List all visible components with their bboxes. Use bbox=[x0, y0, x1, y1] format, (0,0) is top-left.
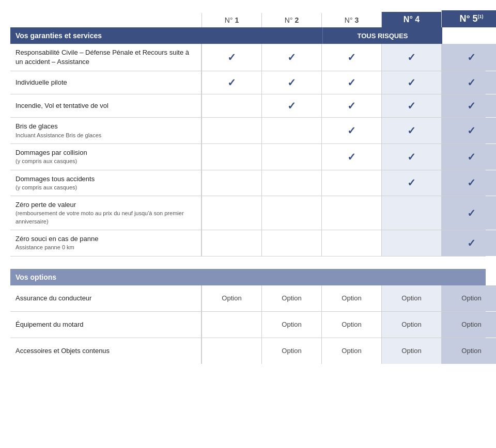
check-icon: ✓ bbox=[467, 151, 476, 163]
check-icon: ✓ bbox=[467, 51, 476, 63]
row-col2 bbox=[261, 196, 321, 230]
row-label: Bris de glaces Incluant Assistance Bris … bbox=[10, 118, 202, 143]
row-label: Zéro perte de valeur (remboursement de v… bbox=[10, 196, 202, 230]
col2-header: N° 2 bbox=[261, 13, 321, 27]
row-col4: ✓ bbox=[381, 170, 441, 196]
col2-num: 2 bbox=[295, 16, 299, 24]
row-col3: ✓ bbox=[321, 118, 381, 143]
options-label-text: Équipement du motard bbox=[16, 321, 84, 328]
options-cell-col5: Option bbox=[441, 285, 496, 311]
check-icon: ✓ bbox=[287, 100, 296, 112]
options-cell-col4: Option bbox=[381, 338, 441, 364]
guarantees-title-row: Vos garanties et services TOUS RISQUES bbox=[10, 27, 486, 44]
row-sub-text: Incluant Assistance Bris de glaces bbox=[16, 132, 196, 139]
check-icon: ✓ bbox=[347, 51, 356, 63]
check-icon: ✓ bbox=[467, 124, 476, 137]
option-text: Option bbox=[461, 321, 481, 328]
row-col4: ✓ bbox=[381, 44, 441, 71]
options-cell-col4: Option bbox=[381, 312, 441, 338]
col1-num: 1 bbox=[235, 16, 239, 24]
check-icon: ✓ bbox=[467, 237, 476, 249]
options-row: Accessoires et Objets contenus Option Op… bbox=[10, 338, 486, 364]
check-icon: ✓ bbox=[407, 151, 416, 163]
option-text: Option bbox=[461, 347, 481, 355]
check-icon: ✓ bbox=[467, 100, 476, 112]
option-text: Option bbox=[342, 347, 361, 355]
options-cell-col3: Option bbox=[321, 285, 381, 311]
table-row: Zéro souci en cas de panne Assistance pa… bbox=[10, 230, 486, 257]
row-col2 bbox=[261, 118, 321, 143]
row-label: Dommages par collision (y compris aux ca… bbox=[10, 144, 202, 170]
header-row: N° 1 N° 2 N° 3 N° 4 N° 5(1) bbox=[10, 10, 486, 27]
check-icon: ✓ bbox=[347, 76, 356, 89]
check-icon: ✓ bbox=[407, 124, 416, 137]
row-sub-text: Assistance panne 0 km bbox=[16, 244, 196, 251]
row-col2 bbox=[261, 230, 321, 256]
check-icon: ✓ bbox=[347, 124, 356, 137]
options-label-text: Accessoires et Objets contenus bbox=[16, 347, 110, 355]
table-row: Dommages par collision (y compris aux ca… bbox=[10, 144, 486, 170]
check-icon: ✓ bbox=[407, 51, 416, 63]
col4-header: N° 4 bbox=[381, 12, 441, 27]
row-sub-text: (remboursement de votre moto au prix du … bbox=[16, 210, 196, 226]
row-col4: ✓ bbox=[381, 144, 441, 170]
options-cell-col3: Option bbox=[321, 338, 381, 364]
check-icon: ✓ bbox=[407, 100, 416, 112]
row-col3 bbox=[321, 230, 381, 256]
row-col4: ✓ bbox=[381, 71, 441, 94]
main-wrapper: N° 1 N° 2 N° 3 N° 4 N° 5(1) Vos garantie… bbox=[10, 10, 486, 364]
row-col5: ✓ bbox=[441, 230, 496, 256]
row-col5: ✓ bbox=[441, 196, 496, 230]
check-icon: ✓ bbox=[347, 151, 356, 163]
row-sub-text: (y compris aux casques) bbox=[16, 157, 196, 165]
row-col1 bbox=[202, 230, 261, 256]
options-cell-col5: Option bbox=[441, 338, 496, 364]
row-col4 bbox=[381, 230, 441, 256]
row-main-text: Zéro perte de valeur bbox=[16, 200, 196, 210]
table-row: Dommages tous accidents (y compris aux c… bbox=[10, 170, 486, 197]
option-text: Option bbox=[401, 294, 421, 302]
option-text: Option bbox=[401, 347, 421, 355]
options-title-row: Vos options bbox=[10, 269, 486, 285]
col1-header: N° 1 bbox=[202, 13, 261, 27]
row-col1 bbox=[202, 144, 261, 170]
col5-sup: (1) bbox=[478, 14, 484, 19]
options-row: Équipement du motard Option Option Optio… bbox=[10, 312, 486, 338]
row-col5: ✓ bbox=[441, 144, 496, 170]
check-icon: ✓ bbox=[467, 76, 476, 89]
row-col4: ✓ bbox=[381, 118, 441, 143]
row-col3 bbox=[321, 196, 381, 230]
options-row-label: Assurance du conducteur bbox=[10, 285, 202, 311]
check-icon: ✓ bbox=[407, 76, 416, 89]
row-col2: ✓ bbox=[261, 94, 321, 117]
row-main-text: Bris de glaces bbox=[16, 122, 196, 131]
options-cell-col1: Option bbox=[202, 285, 261, 311]
row-col3: ✓ bbox=[321, 44, 381, 71]
option-text: Option bbox=[461, 294, 481, 302]
row-col5: ✓ bbox=[441, 71, 496, 94]
row-main-text: Incendie, Vol et tentative de vol bbox=[16, 101, 196, 110]
check-icon: ✓ bbox=[227, 51, 236, 63]
table-row: Zéro perte de valeur (remboursement de v… bbox=[10, 196, 486, 230]
options-row: Assurance du conducteur Option Option Op… bbox=[10, 285, 486, 312]
row-col5: ✓ bbox=[441, 170, 496, 196]
col3-num: 3 bbox=[354, 16, 359, 24]
row-col1 bbox=[202, 196, 261, 230]
option-text: Option bbox=[282, 294, 301, 302]
row-col2: ✓ bbox=[261, 44, 321, 71]
row-label: Responsabilité Civile – Défense Pénale e… bbox=[10, 44, 202, 71]
row-main-text: Dommages par collision bbox=[16, 148, 196, 157]
check-icon: ✓ bbox=[467, 177, 476, 189]
option-text: Option bbox=[342, 321, 361, 328]
options-cell-col1 bbox=[202, 338, 261, 364]
guarantees-title: Vos garanties et services bbox=[10, 27, 322, 44]
options-cell-col2: Option bbox=[261, 285, 321, 311]
row-col5: ✓ bbox=[441, 118, 496, 143]
row-col3: ✓ bbox=[321, 144, 381, 170]
table-row: Bris de glaces Incluant Assistance Bris … bbox=[10, 118, 486, 144]
table-row: Individuelle pilote ✓ ✓ ✓ ✓ ✓ bbox=[10, 71, 486, 94]
check-icon: ✓ bbox=[347, 100, 356, 112]
table-row: Incendie, Vol et tentative de vol ✓ ✓ ✓ … bbox=[10, 94, 486, 118]
row-label: Dommages tous accidents (y compris aux c… bbox=[10, 170, 202, 196]
row-col2: ✓ bbox=[261, 71, 321, 94]
